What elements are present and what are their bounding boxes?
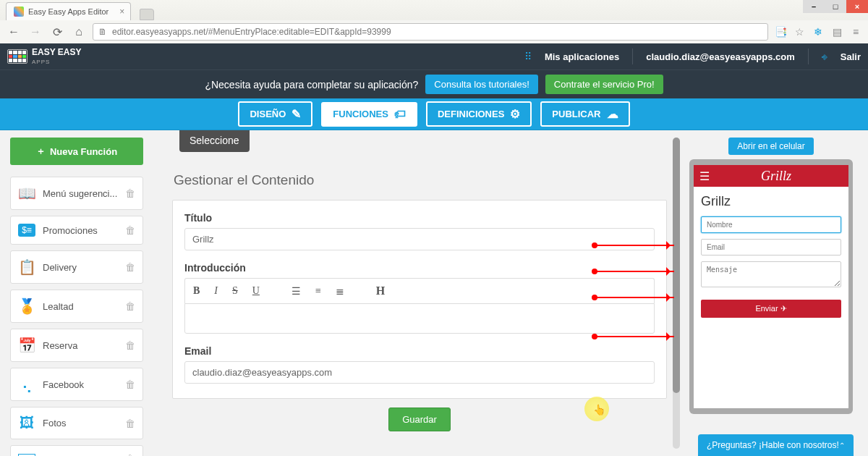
my-apps-link[interactable]: Mis aplicaciones — [545, 51, 619, 62]
phone-frame: ☰ Grillz Grillz Enviar ✈ — [689, 159, 853, 414]
trash-icon[interactable]: 🗑 — [125, 418, 135, 429]
new-function-button[interactable]: ＋ Nueva Función — [10, 138, 143, 165]
extension-icon[interactable]: ❄ — [812, 25, 825, 38]
underline-button[interactable]: U — [250, 284, 262, 298]
trash-icon[interactable]: 🗑 — [125, 187, 135, 199]
main-nav: DISEÑO✎ FUNCIONES🏷 DEFINICIONES⚙ PUBLICA… — [0, 98, 868, 130]
trash-icon[interactable]: 🗑 — [125, 300, 135, 312]
gear-icon: ⚙ — [510, 107, 520, 121]
italic-button[interactable]: I — [212, 284, 220, 298]
save-button[interactable]: Guardar — [388, 408, 451, 431]
introduccion-label: Introducción — [184, 262, 655, 274]
back-icon[interactable]: ← — [6, 24, 22, 40]
clipboard-icon: 📋 — [18, 258, 35, 276]
browser-chrome: Easy Easy Apps Editor × ← → ⟳ ⌂ 🗎 editor… — [0, 0, 868, 43]
phone-header: ☰ Grillz — [694, 165, 848, 187]
open-on-phone-button[interactable]: Abrir en el celular — [728, 138, 813, 155]
plus-icon: ＋ — [36, 145, 46, 158]
rte-editor[interactable] — [184, 303, 655, 334]
ribbon-icon: 🏅 — [18, 297, 35, 315]
phone-email-input[interactable] — [701, 239, 841, 256]
book-icon: 📖 — [18, 185, 35, 202]
phone-app-logo: Grillz — [710, 169, 843, 184]
pro-service-button[interactable]: Contrate el servicio Pro! — [545, 75, 663, 94]
logout-icon: ⎆ — [822, 51, 827, 62]
logo[interactable]: EASY EASYAPPS — [7, 48, 81, 65]
new-tab-button[interactable] — [140, 9, 154, 20]
trash-icon[interactable]: 🗑 — [125, 261, 135, 273]
seleccione-tab[interactable]: Seleccione — [179, 130, 250, 152]
trash-icon[interactable]: 🗑 — [125, 379, 135, 390]
align-button[interactable]: ≣ — [333, 284, 346, 299]
sidebar-item-lealtad[interactable]: 🏅Lealtad🗑 — [10, 290, 143, 323]
apps-grid-icon: ⠿ — [524, 51, 532, 62]
heading-button[interactable]: H — [374, 283, 387, 299]
tab-close-icon[interactable]: × — [119, 7, 124, 17]
star-icon[interactable]: ☆ — [793, 25, 806, 38]
unordered-list-button[interactable]: ☰ — [289, 284, 303, 299]
preview-panel: Abrir en el celular ☰ Grillz Grillz Envi… — [680, 130, 868, 456]
chevron-up-icon: ⌃ — [839, 442, 845, 449]
trash-icon[interactable]: 🗑 — [125, 339, 135, 351]
tag-icon: 🏷 — [394, 108, 406, 121]
annotation-arrow — [592, 336, 674, 337]
photos-icon: 🖼 — [18, 415, 35, 431]
sidebar-item-promociones[interactable]: $≡Promociones🗑 — [10, 216, 143, 245]
logo-text: EASY EASYAPPS — [32, 48, 81, 65]
reload-icon[interactable]: ⟳ — [49, 24, 65, 40]
email-input[interactable] — [184, 361, 655, 384]
home-icon[interactable]: ⌂ — [71, 24, 87, 40]
phone-send-button[interactable]: Enviar ✈ — [701, 300, 841, 318]
tutorials-button[interactable]: Consulta los tutoriales! — [425, 75, 538, 94]
browser-tab[interactable]: Easy Easy Apps Editor × — [6, 2, 131, 20]
menu-icon[interactable]: ≡ — [849, 25, 862, 38]
strike-button[interactable]: S — [230, 284, 240, 298]
extension2-icon[interactable]: ▤ — [830, 25, 843, 38]
sidebar-item-fotos[interactable]: 🖼Fotos🗑 — [10, 407, 143, 439]
logout-link[interactable]: Salir — [841, 51, 861, 62]
brush-icon: ✎ — [292, 107, 301, 121]
trash-icon[interactable]: 🗑 — [125, 453, 135, 456]
sidebar-item-sobre-nosotros[interactable]: OPENSobre Nosotros🗑 — [10, 445, 143, 456]
hamburger-icon[interactable]: ☰ — [699, 169, 710, 183]
sidebar-item-menu[interactable]: 📖Menú sugerenci...🗑 — [10, 177, 143, 210]
share-icon: ⢄ — [18, 376, 35, 393]
nav-design[interactable]: DISEÑO✎ — [238, 101, 312, 127]
address-bar[interactable]: 🗎 editor.easyeasyapps.net/#MenuEntryPlac… — [93, 23, 768, 41]
sidebar-item-reserva[interactable]: 📅Reserva🗑 — [10, 329, 143, 362]
cloud-upload-icon: ☁ — [607, 107, 618, 121]
phone-mensaje-input[interactable] — [701, 261, 841, 287]
ordered-list-button[interactable]: ≡ — [313, 284, 323, 298]
section-title: Gestionar el Contenido — [174, 172, 667, 188]
email-label: Email — [184, 345, 655, 357]
bookmark-button-icon[interactable]: 📑 — [774, 25, 787, 38]
rte-toolbar: B I S U ☰ ≡ ≣ H — [184, 278, 655, 303]
nav-functions[interactable]: FUNCIONES🏷 — [321, 102, 417, 127]
window-close-button[interactable]: × — [846, 0, 868, 13]
titulo-label: Título — [184, 212, 655, 224]
nav-definitions[interactable]: DEFINICIONES⚙ — [426, 101, 532, 127]
divider — [808, 48, 809, 64]
user-email[interactable]: claudio.diaz@easyeasyapps.com — [646, 51, 795, 62]
nav-publish[interactable]: PUBLICAR☁ — [540, 101, 629, 127]
paper-plane-icon: ✈ — [780, 304, 787, 313]
page-info-icon: 🗎 — [98, 27, 108, 37]
sidebar-item-delivery[interactable]: 📋Delivery🗑 — [10, 250, 143, 284]
window-maximize-button[interactable]: □ — [825, 0, 846, 13]
forward-icon[interactable]: → — [27, 24, 43, 40]
tab-favicon-icon — [14, 7, 24, 17]
chat-widget[interactable]: ¿Preguntas? ¡Hable con nosotros! ⌃ — [698, 434, 854, 456]
trash-icon[interactable]: 🗑 — [125, 224, 135, 236]
annotation-arrow — [592, 271, 674, 272]
app-topbar: EASY EASYAPPS ⠿ Mis aplicaciones claudio… — [0, 43, 868, 69]
phone-nombre-input[interactable] — [701, 216, 841, 233]
cursor-icon: 👆 — [593, 404, 605, 415]
annotation-arrow — [592, 297, 674, 298]
url-text: editor.easyeasyapps.net/#MenuEntryPlace:… — [112, 27, 391, 37]
dollar-list-icon: $≡ — [18, 224, 35, 237]
window-minimize-button[interactable]: – — [803, 0, 825, 13]
bold-button[interactable]: B — [191, 284, 202, 298]
titulo-input[interactable] — [184, 228, 655, 250]
sidebar-item-facebook[interactable]: ⢄Facebook🗑 — [10, 368, 143, 401]
chat-text: ¿Preguntas? ¡Hable con nosotros! — [707, 440, 839, 450]
